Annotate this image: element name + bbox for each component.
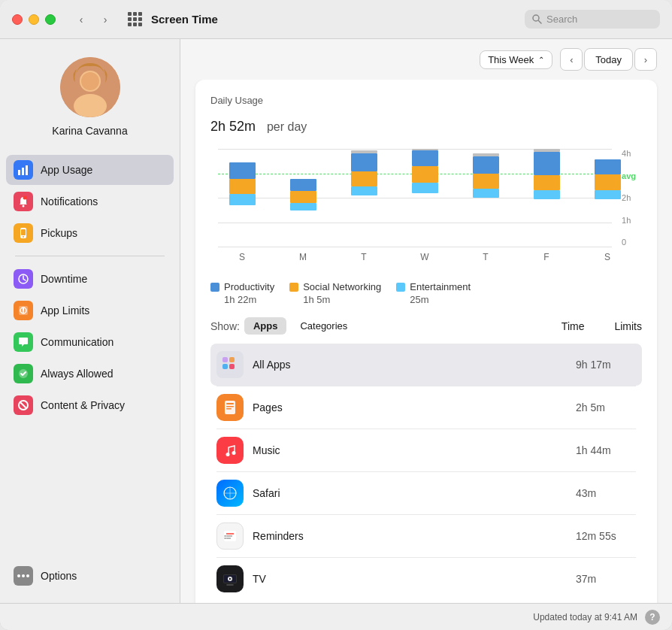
app-row-reminders[interactable]: Reminders 12m 55s (210, 515, 642, 557)
main-layout: Karina Cavanna App Usage (0, 39, 672, 603)
period-nav-arrows: ‹ Today › (560, 48, 657, 71)
sidebar-label-communication: Communication (41, 336, 114, 348)
app-name-music: Music (253, 444, 567, 456)
all-apps-icon (216, 351, 244, 378)
app-name-reminders: Reminders (253, 530, 567, 542)
chart-svg: S M T (218, 149, 646, 262)
svg-rect-58 (226, 403, 234, 404)
svg-point-73 (225, 538, 226, 539)
app-time-safari: 43m (576, 487, 636, 499)
svg-rect-46 (534, 152, 560, 175)
sidebar-label-content-privacy: Content & Privacy (41, 399, 125, 411)
app-time-reminders: 12m 55s (576, 530, 636, 542)
sidebar-label-app-limits: App Limits (41, 304, 89, 317)
status-bar: Updated today at 9:41 AM ? (0, 603, 672, 630)
help-button[interactable]: ? (645, 610, 660, 625)
svg-rect-8 (26, 165, 28, 175)
search-bar[interactable] (525, 10, 660, 29)
sidebar-item-app-usage[interactable]: App Usage (6, 155, 174, 185)
maximize-button[interactable] (45, 14, 56, 25)
svg-text:S: S (604, 252, 610, 262)
svg-rect-53 (222, 357, 228, 362)
period-prev-button[interactable]: ‹ (560, 48, 583, 71)
svg-point-17 (23, 311, 24, 313)
legend-time-productivity: 1h 22m (210, 294, 274, 305)
sidebar-label-app-usage: App Usage (41, 164, 92, 176)
legend-name-entertainment: Entertainment (410, 281, 471, 292)
show-bar: Show: Apps Categories Time Limits (210, 317, 642, 335)
svg-point-4 (74, 94, 107, 117)
svg-text:T: T (361, 252, 367, 262)
sidebar-item-content-privacy[interactable]: Content & Privacy (6, 390, 174, 420)
sidebar-item-pickups[interactable]: Pickups (6, 218, 174, 248)
sidebar-item-always-allowed[interactable]: Always Allowed (6, 359, 174, 389)
options-item[interactable]: Options (6, 561, 174, 591)
svg-point-0 (533, 15, 539, 21)
svg-rect-29 (351, 186, 377, 195)
legend-productivity: Productivity 1h 22m (210, 281, 274, 305)
app-row-pages[interactable]: Pages 2h 5m (210, 386, 642, 429)
legend-name-social: Social Networking (303, 281, 381, 292)
app-time-pages: 2h 5m (576, 401, 636, 413)
usage-time: 2h 52m (210, 119, 256, 134)
app-row-tv[interactable]: TV 37m (210, 558, 642, 600)
legend-dot-social (289, 283, 298, 292)
today-button[interactable]: Today (584, 48, 633, 71)
sidebar-item-communication[interactable]: Communication (6, 327, 174, 357)
user-name: Karina Cavanna (52, 125, 127, 137)
svg-rect-41 (473, 156, 499, 174)
period-next-button[interactable]: › (634, 48, 657, 71)
forward-button[interactable]: › (95, 11, 116, 28)
minimize-button[interactable] (29, 14, 39, 25)
svg-rect-44 (534, 190, 560, 199)
show-apps-button[interactable]: Apps (244, 317, 287, 335)
sidebar-label-always-allowed: Always Allowed (41, 368, 114, 380)
music-icon (216, 437, 244, 464)
svg-rect-37 (412, 149, 438, 150)
legend-entertainment: Entertainment 25m (396, 281, 471, 305)
svg-rect-35 (412, 166, 438, 183)
sidebar-item-notifications[interactable]: Notifications (6, 186, 174, 217)
sidebar-label-pickups: Pickups (41, 227, 77, 239)
svg-point-13 (23, 236, 24, 238)
svg-rect-21 (229, 194, 256, 205)
daily-usage-value: 2h 52m per day (210, 109, 642, 137)
period-selector[interactable]: This Week ⌃ (480, 50, 552, 69)
svg-text:S: S (239, 252, 245, 262)
pages-icon (216, 394, 244, 421)
app-row-all-apps[interactable]: All Apps 9h 17m (210, 344, 642, 386)
sidebar-label-notifications: Notifications (41, 195, 98, 207)
svg-point-61 (226, 453, 230, 456)
app-time-music: 1h 44m (576, 444, 636, 456)
svg-rect-39 (473, 189, 499, 198)
app-limits-icon (14, 301, 33, 320)
nav-buttons: ‹ › (71, 11, 116, 28)
usage-suffix: per day (267, 120, 307, 133)
legend-name-productivity: Productivity (224, 281, 274, 292)
show-columns: Time Limits (562, 320, 642, 332)
svg-rect-27 (290, 179, 316, 191)
svg-rect-22 (229, 179, 256, 194)
app-name-pages: Pages (253, 401, 567, 413)
period-chevron: ⌃ (538, 56, 544, 64)
sidebar-item-app-limits[interactable]: App Limits (6, 295, 174, 326)
sidebar: Karina Cavanna App Usage (0, 39, 180, 603)
back-button[interactable]: ‹ (71, 11, 92, 28)
downtime-icon (14, 269, 33, 289)
close-button[interactable] (12, 14, 23, 25)
sidebar-item-downtime[interactable]: Downtime (6, 264, 174, 294)
app-grid-icon[interactable] (128, 12, 142, 26)
show-categories-button[interactable]: Categories (291, 317, 356, 335)
chart-area: 4h avg 2h 1h 0 (210, 149, 642, 269)
svg-rect-25 (290, 203, 316, 211)
search-input[interactable] (546, 14, 652, 25)
communication-icon (14, 332, 33, 352)
svg-rect-49 (595, 190, 621, 199)
app-usage-icon (14, 160, 33, 180)
show-label: Show: (210, 320, 240, 332)
legend-dot-productivity (210, 283, 219, 292)
app-row-music[interactable]: Music 1h 44m (210, 429, 642, 471)
app-list: All Apps 9h 17m (210, 344, 642, 600)
user-profile: Karina Cavanna (0, 51, 180, 152)
app-row-safari[interactable]: Safari 43m (210, 472, 642, 514)
